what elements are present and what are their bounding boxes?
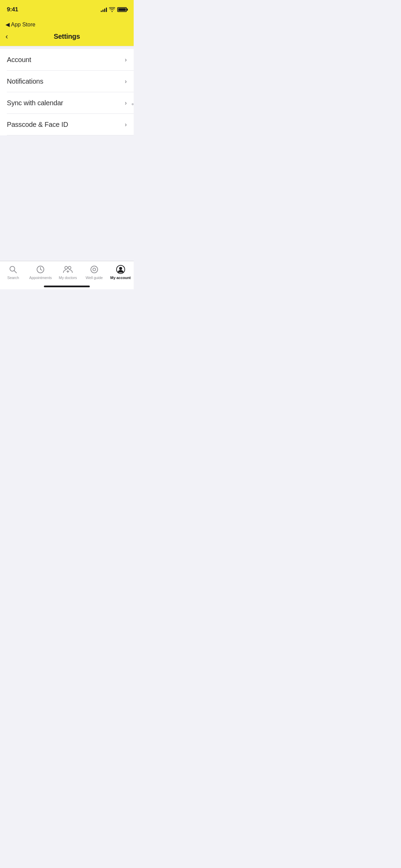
tab-appointments-label: Appointments — [29, 276, 52, 280]
chevron-right-icon: › — [125, 78, 127, 85]
nav-header: ‹ Settings — [0, 29, 134, 46]
my-doctors-icon — [63, 265, 73, 274]
tab-my-account-label: My account — [110, 276, 131, 280]
header-separator — [0, 46, 134, 46]
appointments-icon — [36, 265, 45, 274]
account-label: Account — [7, 56, 31, 64]
passcode-label: Passcode & Face ID — [7, 121, 68, 129]
status-bar: 9:41 — [0, 0, 134, 17]
svg-point-4 — [68, 266, 71, 269]
status-icons — [101, 7, 127, 12]
svg-line-1 — [14, 271, 17, 273]
appstore-nav[interactable]: ◀ App Store — [0, 17, 134, 29]
tab-my-account[interactable]: My account — [110, 265, 131, 280]
tab-search-label: Search — [7, 276, 19, 280]
home-indicator — [44, 286, 90, 287]
settings-list: Account › Notifications › Sync with cale… — [0, 49, 134, 135]
tab-my-doctors-label: My doctors — [59, 276, 77, 280]
tab-bar: Search Appointments My doctors — [0, 261, 134, 289]
tab-search[interactable]: Search — [3, 265, 23, 280]
signal-icon — [101, 7, 107, 12]
chevron-right-icon: › — [125, 121, 127, 128]
notifications-label: Notifications — [7, 77, 43, 85]
tab-well-guide[interactable]: Well guide — [84, 265, 105, 280]
battery-icon — [117, 7, 127, 12]
sync-calendar-label: Sync with calendar — [7, 99, 63, 107]
svg-point-10 — [119, 267, 122, 270]
settings-item-passcode[interactable]: Passcode & Face ID › — [0, 114, 134, 135]
my-account-icon — [116, 265, 125, 274]
settings-item-notifications[interactable]: Notifications › — [0, 71, 134, 92]
well-guide-icon — [89, 265, 99, 274]
chevron-right-icon: › — [125, 99, 127, 107]
svg-point-3 — [65, 266, 68, 269]
back-chevron-icon: ‹ — [5, 33, 8, 40]
appstore-back-label: App Store — [11, 22, 35, 28]
wifi-icon — [109, 7, 115, 12]
svg-point-8 — [93, 268, 96, 271]
tab-my-doctors[interactable]: My doctors — [58, 265, 78, 280]
settings-item-account[interactable]: Account › — [0, 49, 134, 71]
scroll-indicator — [132, 103, 134, 105]
status-time: 9:41 — [7, 6, 18, 13]
chevron-right-icon: › — [125, 56, 127, 63]
tab-appointments[interactable]: Appointments — [29, 265, 52, 280]
svg-point-7 — [91, 266, 98, 273]
back-button[interactable]: ‹ — [5, 33, 8, 40]
search-icon — [8, 265, 18, 274]
settings-item-sync-calendar[interactable]: Sync with calendar › — [0, 92, 134, 114]
tab-well-guide-label: Well guide — [86, 276, 103, 280]
page-title: Settings — [54, 33, 80, 40]
